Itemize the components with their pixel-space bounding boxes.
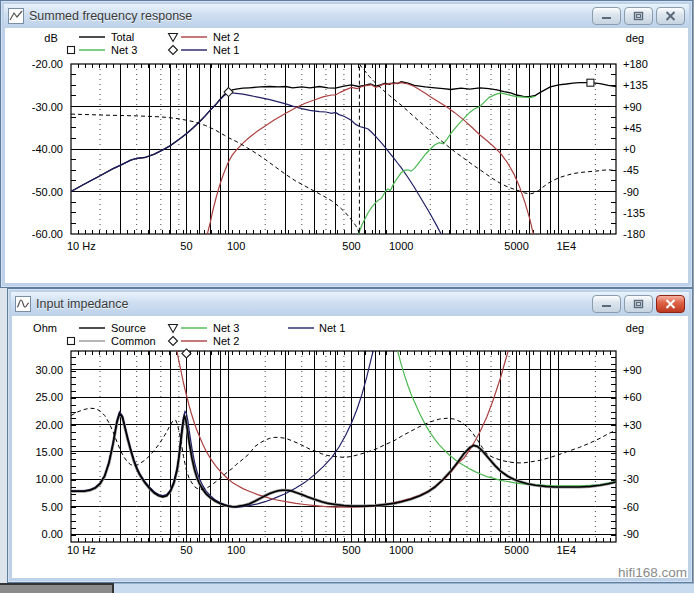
y-left-label: -50.00 <box>32 186 63 198</box>
legend-marker-triangle <box>169 325 178 333</box>
impedance-window-icon <box>15 296 31 312</box>
series-total <box>71 82 616 192</box>
legend-marker-triangle <box>169 34 178 42</box>
frequency-response-chart-area: -20.00-30.00-40.00-50.00-60.00+180+135+9… <box>5 28 688 283</box>
y-left-label: -30.00 <box>32 101 63 113</box>
y-left-unit-label: Ohm <box>33 322 57 334</box>
legend-label: Net 3 <box>213 322 239 334</box>
x-tick-label: 1000 <box>389 544 413 556</box>
axis-labels: -20.00-30.00-40.00-50.00-60.00+180+135+9… <box>32 32 648 252</box>
y-left-label: 15.00 <box>35 446 63 458</box>
y-right-label: +0 <box>623 446 636 458</box>
y-right-unit-label: deg <box>626 32 644 44</box>
y-right-label: +30 <box>623 419 642 431</box>
legend-label: Total <box>111 31 134 43</box>
x-tick-label: 10 Hz <box>67 240 96 252</box>
curve-marker-square <box>587 79 594 86</box>
minimize-button[interactable] <box>592 295 621 313</box>
series-common <box>71 414 616 507</box>
window-title: Summed frequency response <box>29 9 589 23</box>
x-tick-label: 500 <box>342 544 360 556</box>
legend-marker-square <box>68 47 75 54</box>
close-button[interactable] <box>656 295 685 313</box>
minimize-button[interactable] <box>592 7 621 25</box>
y-left-label: -40.00 <box>32 143 63 155</box>
x-tick-label: 10 Hz <box>67 544 96 556</box>
y-right-label: +90 <box>623 364 642 376</box>
watermark: hifi168.com <box>618 565 687 578</box>
restore-button[interactable] <box>624 7 653 25</box>
legend-marker-diamond <box>169 46 178 55</box>
window-summed-frequency-response: Summed frequency response -20.00-30.00-4… <box>0 0 693 288</box>
impedance-chart-area: 30.0025.0020.0015.0010.005.000.00+90+60+… <box>12 316 688 578</box>
window-input-impedance: Input impedance 30.0025.0020.0015.0010.0… <box>7 288 693 583</box>
y-right-label: +45 <box>623 122 642 134</box>
y-right-label: -60 <box>623 501 639 513</box>
x-tick-label: 1E4 <box>557 240 577 252</box>
legend-label: Common <box>111 335 156 347</box>
y-left-label: -60.00 <box>32 228 63 240</box>
axis-labels: 30.0025.0020.0015.0010.005.000.00+90+60+… <box>33 322 644 556</box>
x-tick-label: 100 <box>227 544 245 556</box>
y-right-unit-label: deg <box>626 322 644 334</box>
curve-marker-diamond <box>182 349 191 358</box>
x-tick-label: 5000 <box>504 240 528 252</box>
y-left-label: 0.00 <box>42 528 63 540</box>
y-right-label: -90 <box>623 528 639 540</box>
y-left-label: 10.00 <box>35 473 63 485</box>
y-right-label: +60 <box>623 391 642 403</box>
legend: TotalNet 3Net 2Net 1 <box>68 31 240 56</box>
legend-label: Net 2 <box>213 335 239 347</box>
y-left-label: 30.00 <box>35 364 63 376</box>
background-window-corner <box>0 583 114 593</box>
series-group <box>71 64 616 238</box>
x-tick-label: 1E4 <box>557 544 577 556</box>
x-tick-label: 50 <box>180 240 192 252</box>
titlebar[interactable]: Input impedance <box>11 292 689 315</box>
y-right-label: +0 <box>623 143 636 155</box>
legend-label: Source <box>111 322 146 334</box>
legend-label: Net 1 <box>319 322 345 334</box>
y-left-unit-label: dB <box>44 32 57 44</box>
y-right-label: -135 <box>623 207 645 219</box>
y-right-label: -90 <box>623 186 639 198</box>
input-impedance-chart: 30.0025.0020.0015.0010.005.000.00+90+60+… <box>12 316 688 578</box>
x-tick-label: 5000 <box>504 544 528 556</box>
x-tick-label: 50 <box>180 544 192 556</box>
y-right-label: +135 <box>623 79 648 91</box>
y-right-label: +90 <box>623 101 642 113</box>
minor-grid <box>100 351 595 542</box>
frequency-response-window-icon <box>8 8 24 24</box>
x-tick-label: 100 <box>227 240 245 252</box>
legend-label: Net 2 <box>213 31 239 43</box>
legend-label: Net 1 <box>213 44 239 56</box>
y-left-label: 5.00 <box>42 501 63 513</box>
series-phase <box>71 408 616 489</box>
y-left-label: -20.00 <box>32 58 63 70</box>
legend-marker-square <box>68 338 75 345</box>
y-left-label: 25.00 <box>35 391 63 403</box>
x-tick-label: 1000 <box>389 240 413 252</box>
x-tick-label: 500 <box>342 240 360 252</box>
legend: SourceCommonNet 3Net 2Net 1 <box>68 322 346 347</box>
y-right-label: +180 <box>623 58 648 70</box>
window-title: Input impedance <box>36 297 589 311</box>
summed-frequency-response-chart: -20.00-30.00-40.00-50.00-60.00+180+135+9… <box>5 28 688 283</box>
legend-label: Net 3 <box>111 44 137 56</box>
legend-marker-diamond <box>169 337 178 346</box>
series-net-3 <box>396 345 616 486</box>
close-button[interactable] <box>656 7 685 25</box>
y-right-label: -45 <box>623 164 639 176</box>
y-right-label: -180 <box>623 228 645 240</box>
y-left-label: 20.00 <box>35 419 63 431</box>
background-edge <box>0 288 7 583</box>
series-net-1 <box>71 93 443 239</box>
y-right-label: -30 <box>623 473 639 485</box>
titlebar[interactable]: Summed frequency response <box>4 4 689 27</box>
restore-button[interactable] <box>624 295 653 313</box>
